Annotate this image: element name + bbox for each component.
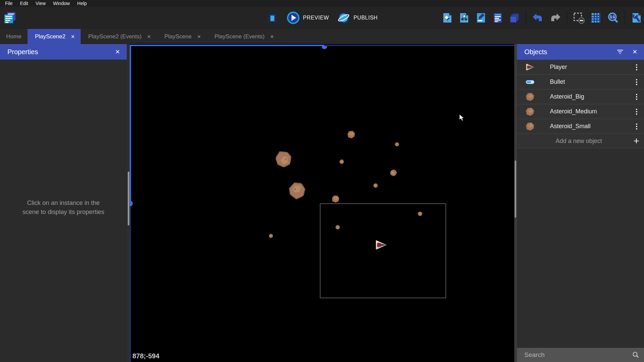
objects-search-bar: [517, 348, 644, 362]
tab-label: PlayScene2 (Events): [88, 33, 142, 40]
canvas-scrollbar-track[interactable]: [514, 44, 517, 362]
player-ship-icon: [525, 63, 535, 71]
asteroid-instance[interactable]: [274, 150, 293, 169]
object-menu-icon[interactable]: [635, 78, 639, 86]
object-row-player[interactable]: Player: [517, 60, 644, 74]
object-name: Asteroid_Small: [550, 123, 635, 130]
debugger-icon: [266, 12, 278, 24]
asteroid-icon: [525, 93, 535, 101]
open-objects-editor-button[interactable]: [442, 12, 453, 24]
tab-label: PlayScene: [164, 33, 192, 40]
publish-button[interactable]: PUBLISH: [337, 11, 378, 25]
grid-button[interactable]: [590, 12, 602, 24]
toolbar-separator: [526, 11, 526, 25]
project-manager-icon: [2, 10, 17, 25]
publish-label: PUBLISH: [354, 15, 378, 21]
zoom-1-1-icon: 1:1: [607, 12, 619, 24]
open-object-groups-button[interactable]: [458, 12, 470, 24]
scene-settings-wrench-icon: [631, 12, 642, 24]
asteroid-instance[interactable]: [269, 233, 273, 238]
object-name: Bullet: [550, 78, 635, 85]
open-layers-button[interactable]: [509, 12, 520, 24]
add-new-object-label: Add a new object: [556, 138, 633, 145]
properties-close-icon[interactable]: ✕: [115, 48, 120, 56]
asteroid-instance[interactable]: [286, 179, 308, 202]
asteroid-instance[interactable]: [331, 195, 340, 203]
menu-help[interactable]: Help: [74, 1, 91, 6]
asteroid-instance[interactable]: [373, 183, 378, 188]
undo-icon: [532, 12, 544, 24]
asteroid-instance[interactable]: [394, 142, 400, 147]
menu-window[interactable]: Window: [49, 1, 74, 6]
menu-view[interactable]: View: [32, 1, 49, 6]
tab-home[interactable]: Home: [0, 29, 28, 44]
debugger-button[interactable]: [266, 12, 278, 24]
clear-selection-button[interactable]: [573, 12, 585, 24]
cursor-coordinates: 878;-594: [132, 352, 159, 360]
toolbar-separator: [625, 11, 625, 25]
properties-empty-message: Click on an instance in the scene to dis…: [0, 198, 127, 216]
tab-close-icon[interactable]: ✕: [147, 34, 151, 39]
add-object-plus-icon[interactable]: +: [633, 138, 639, 144]
object-row-asteroid-medium[interactable]: Asteroid_Medium: [517, 104, 644, 119]
tab-label: PlayScene (Events): [214, 33, 265, 40]
tab-label: PlayScene2: [35, 33, 66, 40]
asteroid-icon: [525, 108, 535, 116]
asteroid-instance[interactable]: [389, 168, 398, 177]
main-area: Properties ✕ Click on an instance in the…: [0, 44, 644, 362]
deselect-icon: [573, 12, 585, 24]
game-window-border-left-active: [130, 46, 131, 204]
object-row-bullet[interactable]: Bullet: [517, 74, 644, 89]
project-manager-button[interactable]: [2, 10, 17, 25]
menu-edit[interactable]: Edit: [16, 1, 32, 6]
objects-search-input[interactable]: [524, 351, 632, 359]
open-instances-list-button[interactable]: [492, 12, 504, 24]
object-row-asteroid-big[interactable]: Asteroid_Big: [517, 89, 644, 104]
object-name: Asteroid_Medium: [550, 108, 635, 115]
scene-properties-button[interactable]: [631, 12, 642, 24]
tab-playscene2[interactable]: PlayScene2 ✕: [28, 29, 81, 44]
asteroid-icon: [525, 122, 535, 131]
filter-icon[interactable]: [617, 50, 623, 54]
asteroid-instance[interactable]: [348, 131, 355, 138]
tab-playscene2-events[interactable]: PlayScene2 (Events) ✕: [81, 29, 157, 44]
publish-icon: [337, 11, 351, 25]
game-window-border-top-active: [130, 45, 324, 46]
asteroid-instance[interactable]: [339, 159, 345, 165]
window-resize-handle-left[interactable]: [130, 201, 133, 206]
toolbar: PREVIEW PUBLISH: [0, 7, 644, 29]
tab-bar: Home PlayScene2 ✕ PlayScene2 (Events) ✕ …: [0, 29, 644, 44]
open-properties-button[interactable]: [475, 12, 487, 24]
layers-icon: [509, 12, 520, 24]
objects-panel-title: Objects: [524, 48, 617, 56]
menu-file[interactable]: File: [1, 1, 16, 6]
bullet-icon: [525, 80, 535, 84]
object-menu-icon[interactable]: [635, 107, 639, 116]
object-menu-icon[interactable]: [635, 93, 639, 101]
search-icon: [632, 351, 639, 359]
object-menu-icon[interactable]: [635, 63, 639, 72]
tab-label: Home: [6, 33, 21, 40]
tab-close-icon[interactable]: ✕: [71, 34, 75, 39]
tab-close-icon[interactable]: ✕: [197, 34, 201, 39]
zoom-options-button[interactable]: 1:1: [607, 12, 619, 24]
object-name: Asteroid_Big: [550, 93, 635, 100]
add-new-object-row[interactable]: Add a new object +: [517, 134, 644, 148]
player-ship-instance[interactable]: [375, 239, 388, 251]
tab-playscene[interactable]: PlayScene ✕: [157, 29, 207, 44]
preview-button[interactable]: PREVIEW: [286, 11, 329, 25]
objects-panel: Objects ✕ Player: [517, 44, 644, 362]
undo-button[interactable]: [532, 12, 544, 24]
grid-icon: [590, 12, 602, 24]
tab-close-icon[interactable]: ✕: [270, 34, 274, 39]
tab-playscene-events[interactable]: PlayScene (Events) ✕: [207, 29, 280, 44]
window-resize-handle-top[interactable]: [322, 46, 327, 49]
properties-scrollbar-thumb[interactable]: [128, 172, 129, 225]
scene-canvas[interactable]: 878;-594: [130, 44, 514, 362]
redo-button[interactable]: [549, 12, 561, 24]
object-menu-icon[interactable]: [635, 122, 639, 131]
object-row-asteroid-small[interactable]: Asteroid_Small: [517, 119, 644, 134]
objects-editor-icon: [442, 12, 453, 24]
canvas-scrollbar-thumb[interactable]: [515, 160, 516, 218]
objects-close-icon[interactable]: ✕: [633, 48, 637, 56]
